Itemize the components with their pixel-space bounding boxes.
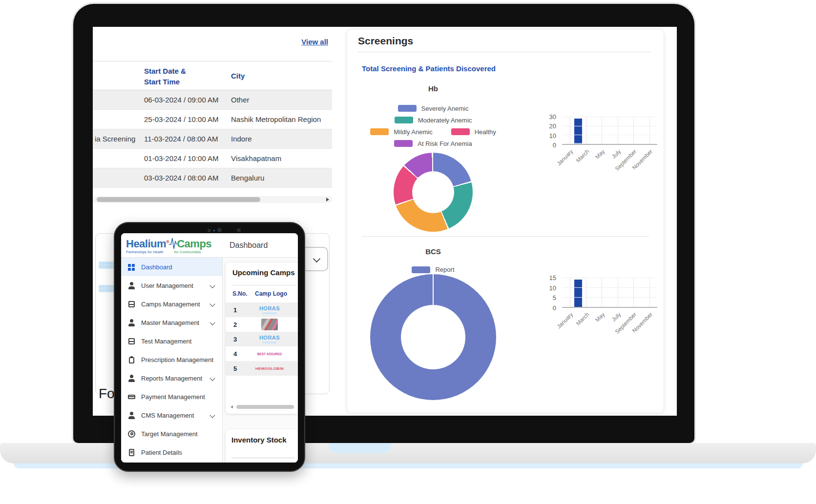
tablet-header: Healium®Camps Partnerships for Healthfor… <box>121 233 298 258</box>
camera-dot-icon <box>208 229 211 232</box>
horas-logo: HORAS <box>259 306 280 311</box>
gridline <box>562 297 657 298</box>
best-assured-logo: BEST ASSURED <box>257 352 282 356</box>
column-header-camp-logo: Camp Logo <box>255 290 287 297</box>
legend-swatch <box>395 117 413 123</box>
horas-logo: HORAS <box>259 335 280 341</box>
sidebar-item-camps-management[interactable]: Camps Management <box>121 295 222 313</box>
sidebar-item-label: Payment Management <box>141 393 205 401</box>
horas-logo-tagline <box>262 312 277 314</box>
patient-details-icon <box>128 449 135 456</box>
sidebar-item-target-management[interactable]: Target Management <box>121 424 222 443</box>
gridline <box>618 117 618 144</box>
laptop-base-notch <box>329 443 391 453</box>
table-row: 25-03-2024 / 10:00 AM Nashik Metropolita… <box>93 110 332 129</box>
reports-icon <box>128 375 135 382</box>
gridline <box>562 126 657 126</box>
legend-label: Moderately Anemic <box>418 117 472 124</box>
donut-slice-gap <box>433 274 434 337</box>
legend-swatch <box>398 105 417 112</box>
plot-area <box>562 117 657 145</box>
legend-label: Report <box>435 266 454 273</box>
inventory-stock-card: Inventory Stock <box>226 429 298 463</box>
camera-dot-icon <box>237 228 241 232</box>
gridline <box>649 278 650 307</box>
bcs-chart-title: BCS <box>347 247 519 256</box>
gridline <box>570 117 570 144</box>
y-axis: 3020100 <box>543 117 558 145</box>
camp-row: 5 HEMOGLOBIN <box>226 361 298 376</box>
sidebar-item-reports-management[interactable]: Reports Management <box>121 369 222 387</box>
legend-label: Healthy <box>475 128 496 136</box>
table-row: ia Screening 11-03-2024 / 08:00 AM Indor… <box>93 129 332 149</box>
camp-row: 3 HORAS <box>226 332 298 346</box>
y-axis-label: 20 <box>549 122 556 130</box>
sidebar-item-label: Dashboard <box>141 263 172 271</box>
y-axis-label: 0 <box>553 141 556 149</box>
x-axis-label: November <box>622 148 653 180</box>
upcoming-camps-card: Upcoming Camps S.No. Camp Logo 1 HORAS 2… <box>226 262 298 414</box>
healium-camps-logo: Healium®Camps Partnerships for Healthfor… <box>126 236 221 254</box>
camp-row: 1 HORAS <box>226 302 298 317</box>
user-icon <box>128 282 135 289</box>
screenings-title: Screenings <box>358 35 413 47</box>
sidebar-item-master-management[interactable]: Master Management <box>121 313 222 332</box>
sidebar-item-label: User Management <box>141 282 193 289</box>
upcoming-camps-title: Upcoming Camps <box>232 268 295 277</box>
gridline <box>602 278 602 307</box>
logo-word-healium: Healium <box>126 238 166 250</box>
divider <box>358 52 651 52</box>
gridline <box>602 117 602 144</box>
test-kit-icon <box>128 338 135 345</box>
gridline <box>633 278 634 307</box>
y-axis-label: 10 <box>549 132 556 139</box>
legend-swatch <box>451 128 470 135</box>
chevron-down-icon <box>313 255 321 263</box>
legend-label: At Risk For Anemia <box>418 140 472 147</box>
sidebar-item-prescription-management[interactable]: Prescription Management <box>121 350 222 369</box>
column-header-start-date: Start Date & Start Time <box>144 66 186 87</box>
master-icon <box>128 319 135 326</box>
x-axis: JanuaryMarchMayJulySeptemberNovember <box>562 145 657 180</box>
hb-legend: Severely Anemic Moderately Anemic Mildly… <box>347 102 519 149</box>
hb-bar <box>574 119 582 144</box>
camp-row: 4 BEST ASSURED <box>226 346 298 361</box>
x-axis-label: November <box>622 311 653 343</box>
gridline <box>618 278 618 307</box>
y-axis-label: 30 <box>549 113 556 121</box>
divider <box>362 236 649 237</box>
payment-icon <box>128 393 135 401</box>
legend-swatch <box>394 140 413 147</box>
screenings-card: Screenings Total Screening & Patients Di… <box>347 29 664 413</box>
tablet-frame: Healium®Camps Partnerships for Healthfor… <box>114 222 305 472</box>
horizontal-scrollbar[interactable] <box>230 405 296 409</box>
divider <box>231 458 295 458</box>
sidebar-item-label: Master Management <box>141 319 199 326</box>
gridline <box>562 287 657 288</box>
gridline <box>562 278 657 278</box>
cms-icon <box>128 412 135 419</box>
prescription-icon <box>128 356 135 363</box>
sidebar-item-cms-management[interactable]: CMS Management <box>121 406 222 424</box>
table-row: 01-03-2024 / 10:00 AM Visakhapatnam <box>93 149 332 168</box>
scrollbar-thumb[interactable] <box>97 197 260 202</box>
table-row: 06-03-2024 / 09:00 AM Other <box>93 90 332 110</box>
sidebar-item-payment-management[interactable]: Payment Management <box>121 387 222 406</box>
sidebar-item-user-management[interactable]: User Management <box>121 276 222 295</box>
chevron-down-icon <box>209 412 215 418</box>
scroll-left-arrow-icon[interactable] <box>230 405 233 408</box>
view-all-link[interactable]: View all <box>301 38 328 46</box>
horas-logo-tagline <box>262 342 277 343</box>
inventory-stock-title: Inventory Stock <box>231 436 287 444</box>
sidebar-item-patient-details[interactable]: Patient Details <box>121 443 222 462</box>
horizontal-scrollbar[interactable] <box>93 196 332 203</box>
sidebar-item-label: Reports Management <box>141 375 202 382</box>
legend-label: Severely Anemic <box>421 105 469 112</box>
sidebar-item-label: Prescription Management <box>141 356 213 363</box>
scrollbar-thumb[interactable] <box>236 405 294 409</box>
y-axis-label: 0 <box>553 304 556 312</box>
y-axis-label: 10 <box>549 284 556 291</box>
sidebar-item-dashboard[interactable]: Dashboard <box>121 258 222 276</box>
sidebar-item-test-management[interactable]: Test Management <box>121 332 222 350</box>
scroll-right-arrow-icon[interactable] <box>326 198 329 202</box>
